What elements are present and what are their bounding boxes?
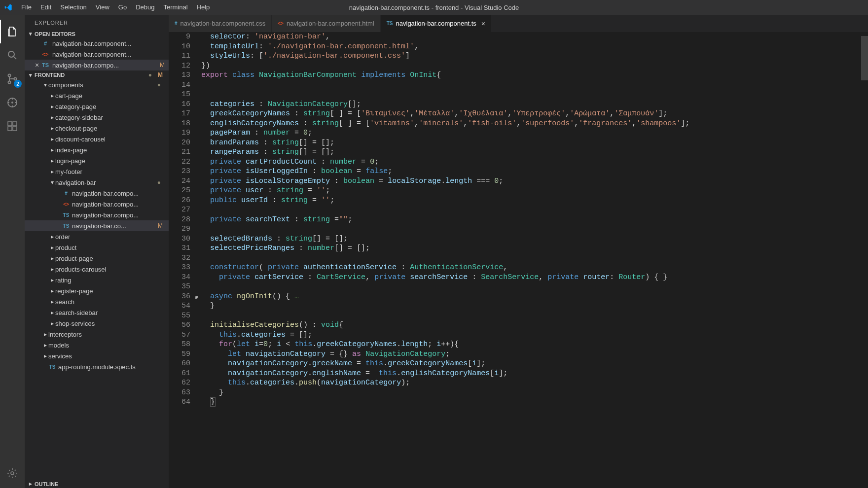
chevron-icon[interactable]: ▸: [49, 146, 55, 153]
code-line[interactable]: private cartService : CartService, priva…: [201, 273, 861, 282]
code-line[interactable]: navigationCategory.greekName = this.gree…: [201, 359, 861, 369]
code-line[interactable]: private searchText : string ="";: [201, 215, 861, 225]
outline-header[interactable]: ▸OUTLINE: [25, 480, 169, 488]
code-line[interactable]: for(let i=0; i < this.greekCategoryNames…: [201, 340, 861, 349]
menu-view[interactable]: View: [91, 0, 114, 15]
vertical-scrollbar[interactable]: [861, 32, 868, 488]
tree-item[interactable]: ▾components●: [25, 79, 169, 90]
chevron-icon[interactable]: ▸: [49, 266, 55, 273]
chevron-icon[interactable]: ▸: [42, 331, 48, 338]
code-line[interactable]: private user : string = '';: [201, 186, 861, 196]
tree-item[interactable]: ▸index-page: [25, 144, 169, 155]
debug-icon[interactable]: [0, 91, 25, 114]
code-line[interactable]: private isUserLoggedIn : boolean = false…: [201, 167, 861, 176]
explorer-icon[interactable]: [0, 20, 25, 43]
search-icon[interactable]: [0, 43, 25, 67]
open-editor-item[interactable]: ×TSnavigation-bar.compo...M: [25, 60, 169, 70]
code-line[interactable]: styleUrls: ['./navigation-bar.component.…: [201, 51, 861, 61]
code-line[interactable]: brandParams : string[] = [];: [201, 138, 861, 148]
tree-item[interactable]: ▸search: [25, 296, 169, 307]
code-line[interactable]: [201, 282, 861, 292]
chevron-icon[interactable]: ▸: [49, 233, 55, 240]
menu-go[interactable]: Go: [114, 0, 131, 15]
extensions-icon[interactable]: [0, 114, 25, 138]
menu-file[interactable]: File: [17, 0, 36, 15]
tree-item[interactable]: ▸interceptors: [25, 329, 169, 340]
open-editors-header[interactable]: ▾OPEN EDITORS: [25, 30, 169, 38]
tree-item[interactable]: ▸services: [25, 350, 169, 361]
code-line[interactable]: selector: 'navigation-bar',: [201, 32, 861, 42]
code-line[interactable]: let navigationCategory = {} as Navigatio…: [201, 349, 861, 359]
code-line[interactable]: navigationCategory.englishName = this.en…: [201, 369, 861, 379]
code-line[interactable]: private isLocalStorageEmpty : boolean = …: [201, 176, 861, 186]
code-line[interactable]: this.categories.push(navigationCategory)…: [201, 378, 861, 388]
tree-item[interactable]: ▸product: [25, 242, 169, 253]
code-line[interactable]: [201, 311, 861, 321]
tree-item[interactable]: ▾navigation-bar●: [25, 177, 169, 188]
open-editor-item[interactable]: #navigation-bar.component...: [25, 38, 169, 49]
tree-item[interactable]: ▸login-page: [25, 155, 169, 166]
code-content[interactable]: selector: 'navigation-bar', templateUrl:…: [199, 32, 861, 488]
code-line[interactable]: templateUrl: './navigation-bar.component…: [201, 42, 861, 52]
tree-item[interactable]: ▸search-sidebar: [25, 307, 169, 318]
menu-debug[interactable]: Debug: [131, 0, 159, 15]
code-line[interactable]: constructor( private authenticationServi…: [201, 263, 861, 273]
tree-item[interactable]: ▸order: [25, 231, 169, 242]
chevron-icon[interactable]: ▸: [49, 244, 55, 251]
frontend-header[interactable]: ▾FRONTEND ● M: [25, 70, 169, 79]
tree-item[interactable]: ▸products-carousel: [25, 264, 169, 275]
tree-item[interactable]: ▸register-page: [25, 285, 169, 296]
code-line[interactable]: }: [201, 397, 861, 407]
tree-item[interactable]: ▸product-page: [25, 253, 169, 264]
tree-item[interactable]: ▸category-page: [25, 101, 169, 112]
chevron-icon[interactable]: ▸: [49, 114, 55, 121]
tree-item[interactable]: ▸my-footer: [25, 166, 169, 177]
scrollbar-thumb[interactable]: [861, 36, 868, 80]
menu-edit[interactable]: Edit: [36, 0, 56, 15]
tree-item[interactable]: ▸checkout-page: [25, 123, 169, 134]
source-control-icon[interactable]: 2: [0, 67, 25, 91]
close-icon[interactable]: ×: [34, 61, 40, 69]
editor-tab[interactable]: #navigation-bar.component.css: [169, 15, 272, 32]
code-line[interactable]: [201, 90, 861, 100]
menu-selection[interactable]: Selection: [56, 0, 91, 15]
chevron-icon[interactable]: ▸: [49, 168, 55, 175]
chevron-icon[interactable]: ▸: [49, 287, 55, 294]
chevron-icon[interactable]: ▸: [49, 277, 55, 283]
chevron-icon[interactable]: ▸: [49, 92, 55, 99]
tree-item[interactable]: TSapp-routing.module.spec.ts: [25, 361, 169, 372]
code-editor[interactable]: 9101112131415161718192021222324252627282…: [169, 32, 868, 488]
chevron-icon[interactable]: ▸: [49, 125, 55, 132]
chevron-icon[interactable]: ▸: [49, 320, 55, 327]
chevron-icon[interactable]: ▸: [42, 342, 48, 349]
editor-tab[interactable]: TSnavigation-bar.component.ts×: [381, 15, 492, 32]
chevron-icon[interactable]: ▸: [49, 255, 55, 262]
code-line[interactable]: initialiseCategories() : void{: [201, 320, 861, 330]
editor-tab[interactable]: <>navigation-bar.component.html: [272, 15, 380, 32]
code-line[interactable]: categories : NavigationCategory[];: [201, 100, 861, 109]
code-line[interactable]: pageParam : number = 0;: [201, 128, 861, 138]
code-line[interactable]: [201, 253, 861, 263]
tree-item[interactable]: TSnavigation-bar.compo...: [25, 209, 169, 220]
code-line[interactable]: englishCategoryNames : string[ ] = ['vit…: [201, 119, 861, 129]
tree-item[interactable]: TSnavigation-bar.co...M: [25, 220, 169, 231]
code-line[interactable]: rangeParams : string[] = [];: [201, 147, 861, 157]
tree-item[interactable]: ▸shop-services: [25, 318, 169, 329]
close-icon[interactable]: ×: [481, 20, 485, 28]
tree-item[interactable]: ▸discount-carousel: [25, 134, 169, 144]
tree-item[interactable]: ▸rating: [25, 275, 169, 285]
code-line[interactable]: [201, 224, 861, 234]
tree-item[interactable]: #navigation-bar.compo...: [25, 188, 169, 199]
code-line[interactable]: this.categories = [];: [201, 330, 861, 340]
chevron-icon[interactable]: ▸: [49, 136, 55, 142]
code-line[interactable]: greekCategoryNames : string[ ] = ['Βιταμ…: [201, 109, 861, 119]
tree-item[interactable]: ▸cart-page: [25, 90, 169, 101]
code-line[interactable]: selectedPriceRanges : number[] = [];: [201, 244, 861, 253]
code-line[interactable]: [201, 205, 861, 215]
tree-item[interactable]: ▸models: [25, 340, 169, 350]
settings-gear-icon[interactable]: [0, 461, 25, 485]
code-line[interactable]: }: [201, 301, 861, 311]
code-line[interactable]: }: [201, 388, 861, 398]
chevron-icon[interactable]: ▾: [49, 179, 55, 186]
code-line[interactable]: selectedBrands : string[] = [];: [201, 234, 861, 244]
